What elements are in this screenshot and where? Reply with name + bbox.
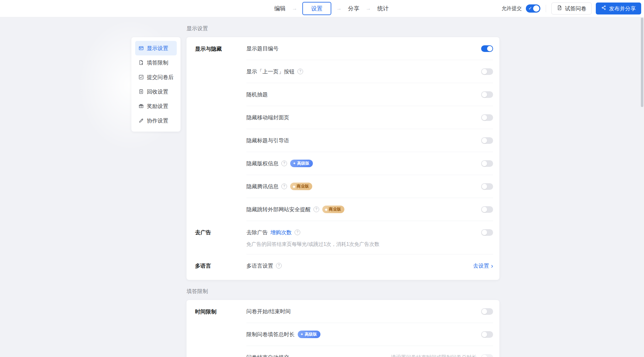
sidebar-item[interactable]: 奖励设置 (135, 99, 177, 113)
trial-survey-label: 试答问卷 (565, 5, 586, 12)
setting-toggle[interactable] (481, 229, 493, 236)
sparkle-icon: ✦ (293, 161, 296, 166)
gem-icon: ◆ (325, 207, 327, 212)
sidebar-item[interactable]: 协作设置 (135, 113, 177, 128)
premium-badge: ✦高级版 (298, 331, 320, 338)
setting-toggle[interactable] (481, 45, 493, 52)
setting-label: 问卷开始/结束时间 (246, 308, 291, 315)
publish-share-label: 发布并分享 (609, 5, 636, 12)
setting-toggle[interactable] (481, 68, 493, 75)
setting-row-content: 问卷开始/结束时间 (246, 300, 493, 323)
premium-badge: ✦高级版 (290, 160, 313, 167)
chevron-right-icon: › (491, 263, 493, 269)
setting-hint: 请设置问卷结束时间或限制问卷总时长 (391, 354, 477, 357)
collaboration-settings-icon (138, 118, 144, 123)
help-icon[interactable]: ? (297, 69, 303, 74)
setting-row: 去广告去除广告增购次数?免广告的回答结束页每曝光/或跳过1次，消耗1次免广告次数 (195, 221, 493, 254)
toggle-knob (482, 138, 487, 143)
group-label: 去广告 (195, 221, 246, 254)
setting-row-content: 隐藏标题与引导语 (246, 129, 493, 152)
badge-label: 高级版 (305, 332, 317, 337)
group-label: 时间限制 (195, 300, 246, 323)
sidebar-item-label: 协作设置 (147, 117, 168, 124)
group-label (195, 175, 246, 198)
nav-tab-2[interactable]: 设置 (302, 2, 331, 15)
setting-toggle[interactable] (481, 137, 493, 144)
section-title: 显示设置 (187, 25, 499, 32)
main-column: 显示设置显示与隐藏显示题目编号显示「上一页」按钮?随机抽题隐藏移动端封面页隐藏标… (187, 17, 499, 357)
setting-row: 隐藏移动端封面页 (195, 106, 493, 129)
setting-toggle[interactable] (481, 91, 493, 98)
toggle-knob (482, 69, 487, 74)
setting-label: 随机抽题 (246, 91, 268, 98)
setting-row-content: 隐藏腾讯信息?◆商业版 (246, 175, 493, 198)
group-label (195, 198, 246, 221)
setting-toggle (481, 354, 493, 357)
group-label (195, 323, 246, 346)
help-icon[interactable]: ? (281, 161, 287, 166)
nav-tab-3[interactable]: 分享 (347, 3, 361, 14)
topbar: 编辑→设置→分享→统计 允许提交 ✓ 试答问卷 发布并分享 (0, 0, 644, 17)
toggle-knob (482, 184, 487, 189)
group-label (195, 152, 246, 175)
setting-toggle[interactable] (481, 114, 493, 121)
setting-toggle[interactable] (481, 206, 493, 213)
setting-toggle[interactable] (481, 331, 493, 338)
trial-survey-button[interactable]: 试答问卷 (551, 3, 592, 14)
sidebar-item-label: 显示设置 (147, 45, 168, 52)
business-badge: ◆商业版 (322, 206, 344, 213)
sidebar-item-label: 奖励设置 (147, 103, 168, 110)
setting-label: 问卷结束自动提交 (246, 354, 289, 357)
sidebar-item[interactable]: 显示设置 (135, 41, 177, 55)
display-settings-icon (138, 45, 144, 51)
setting-toggle[interactable] (481, 183, 493, 190)
badge-label: 商业版 (296, 184, 309, 189)
setting-label: 限制问卷填答总时长 (246, 331, 295, 338)
vertical-scrollbar[interactable] (641, 18, 643, 107)
help-icon[interactable]: ? (313, 207, 319, 212)
allow-submit-toggle[interactable]: ✓ (526, 4, 540, 13)
setting-toggle[interactable] (481, 308, 493, 315)
arrow-right-icon: → (366, 5, 371, 12)
answer-limit-icon (138, 60, 144, 65)
setting-row: 限制问卷填答总时长✦高级版 (195, 323, 493, 346)
setting-toggle[interactable] (481, 160, 493, 167)
check-icon: ✓ (528, 6, 532, 11)
help-icon[interactable]: ? (276, 263, 282, 269)
section-title: 填答限制 (187, 288, 499, 295)
buy-more-link[interactable]: 增购次数 (270, 229, 292, 236)
arrow-right-icon: → (292, 5, 297, 12)
setting-label: 显示「上一页」按钮 (246, 68, 295, 75)
setting-subtitle: 免广告的回答结束页每曝光/或跳过1次，消耗1次免广告次数 (246, 241, 493, 254)
group-label (195, 83, 246, 106)
reward-settings-icon (138, 103, 144, 109)
nav-tab-4[interactable]: 统计 (376, 3, 390, 14)
go-setup-link[interactable]: 去设置› (473, 262, 493, 269)
toggle-knob (482, 309, 487, 314)
group-label (195, 60, 246, 83)
document-icon (557, 5, 562, 12)
setting-row: 隐藏跳转外部网站安全提醒?◆商业版 (195, 198, 493, 221)
sidebar-item-label: 提交问卷后 (147, 74, 174, 81)
publish-share-button[interactable]: 发布并分享 (596, 3, 641, 14)
help-icon[interactable]: ? (281, 184, 287, 189)
setting-row: 时间限制问卷开始/结束时间 (195, 300, 493, 323)
sidebar-item[interactable]: 填答限制 (135, 55, 177, 70)
setting-row-content: 问卷结束自动提交请设置问卷结束时间或限制问卷总时长 (246, 346, 493, 357)
nav-tab-1[interactable]: 编辑 (273, 3, 287, 14)
nav-tabs: 编辑→设置→分享→统计 (273, 0, 390, 17)
business-badge: ◆商业版 (290, 183, 312, 190)
setting-label: 显示题目编号 (246, 45, 279, 52)
arrow-right-icon: → (336, 5, 342, 12)
group-label (195, 346, 246, 357)
sidebar-item[interactable]: 回收设置 (135, 84, 177, 99)
group-label (195, 106, 246, 129)
toggle-knob (482, 161, 487, 166)
toggle-knob (482, 207, 487, 212)
setting-label: 去除广告 (246, 229, 268, 236)
help-icon[interactable]: ? (295, 230, 300, 235)
sidebar-item[interactable]: 提交问卷后 (135, 70, 177, 84)
setting-row: 显示「上一页」按钮? (195, 60, 493, 83)
toggle-knob (482, 355, 487, 357)
sparkle-icon: ✦ (300, 332, 303, 337)
